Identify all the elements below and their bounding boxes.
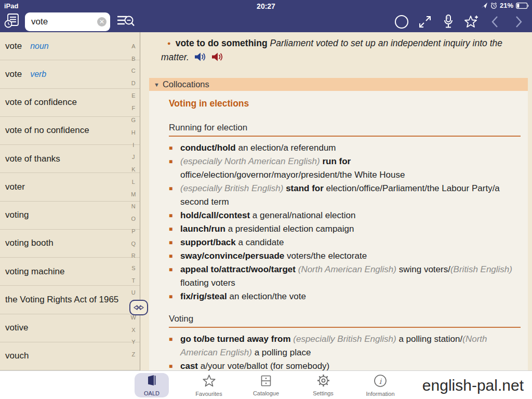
idiom-term: vote to do something bbox=[176, 38, 268, 48]
speaker-us-icon[interactable] bbox=[211, 52, 223, 62]
alphabet-letter-b[interactable]: B bbox=[131, 56, 135, 62]
alphabet-letter-u[interactable]: U bbox=[131, 290, 136, 296]
tab-bar: OALDFavouritesCatalogueSettingsiInformat… bbox=[0, 370, 532, 399]
battery-percent: 21% bbox=[500, 2, 513, 9]
alphabet-letter-w[interactable]: W bbox=[131, 315, 136, 321]
action-toolbar bbox=[390, 12, 530, 31]
alphabet-letter-i[interactable]: I bbox=[132, 142, 134, 148]
tab-label: Settings bbox=[313, 390, 334, 396]
alphabet-letter-q[interactable]: Q bbox=[131, 241, 136, 247]
app-window: iPad 20:27 21% ✕ bbox=[0, 0, 532, 399]
alphabet-letter-k[interactable]: K bbox=[131, 167, 135, 172]
alphabet-letter-g[interactable]: G bbox=[131, 117, 136, 123]
alphabet-letter-r[interactable]: R bbox=[131, 253, 136, 259]
clock: 20:27 bbox=[0, 2, 532, 10]
tab-catalogue[interactable]: Catalogue bbox=[237, 371, 295, 399]
search-toolbar: ✕ bbox=[4, 11, 135, 32]
star-add-icon[interactable] bbox=[460, 12, 483, 31]
sidebar-item[interactable]: votive bbox=[0, 314, 140, 342]
alphabet-letter-o[interactable]: O bbox=[131, 216, 136, 222]
tab-label: Catalogue bbox=[253, 390, 279, 396]
entry-content: ●vote to do something Parliament voted t… bbox=[140, 32, 532, 370]
collocation-list: go to/be turned away from (especially Br… bbox=[169, 332, 521, 370]
sidebar-item[interactable]: votenoun bbox=[0, 32, 140, 60]
sidebar-item[interactable]: voting bbox=[0, 202, 140, 230]
alphabet-letter-s[interactable]: S bbox=[131, 265, 135, 271]
sidebar-item-label: voting booth bbox=[5, 238, 54, 248]
sidebar-item[interactable]: vouch bbox=[0, 342, 140, 370]
collocation-item: conduct/hold an election/a referendum bbox=[169, 141, 521, 155]
part-of-speech-label: noun bbox=[30, 42, 49, 51]
sidebar-item-label: vote bbox=[5, 69, 22, 79]
collapse-triangle-icon: ▼ bbox=[154, 82, 159, 88]
alphabet-letter-h[interactable]: H bbox=[131, 130, 136, 136]
sidebar-item[interactable]: voter bbox=[0, 173, 140, 201]
collocation-item: go to/be turned away from (especially Br… bbox=[169, 332, 521, 360]
collocations-header[interactable]: ▼ Collocations bbox=[149, 78, 528, 91]
microphone-icon[interactable] bbox=[436, 12, 460, 31]
status-bar: iPad 20:27 21% bbox=[0, 1, 532, 10]
sidebar-item[interactable]: vote of thanks bbox=[0, 145, 140, 173]
alphabet-letter-y[interactable]: Y bbox=[131, 339, 135, 345]
tab-information[interactable]: iInformation bbox=[352, 371, 409, 399]
tab-settings[interactable]: Settings bbox=[295, 371, 352, 399]
sidebar-item-label: votive bbox=[5, 323, 28, 333]
collocation-section: Running for electionconduct/hold an elec… bbox=[169, 123, 521, 303]
alphabet-letter-n[interactable]: N bbox=[131, 204, 136, 209]
speaker-uk-icon[interactable] bbox=[194, 52, 206, 62]
expand-icon[interactable] bbox=[413, 12, 436, 31]
tab-oald[interactable]: OALD bbox=[123, 371, 180, 399]
alphabet-letter-f[interactable]: F bbox=[131, 105, 135, 111]
alphabet-letter-t[interactable]: T bbox=[131, 278, 135, 284]
collocation-list: conduct/hold an election/a referendum(es… bbox=[169, 141, 521, 303]
alphabet-letter-j[interactable]: J bbox=[132, 154, 135, 160]
sidebar-item[interactable]: the Voting Rights Act of 1965 bbox=[0, 286, 140, 314]
circle-icon[interactable] bbox=[390, 12, 413, 31]
sidebar-item[interactable]: voting booth bbox=[0, 230, 140, 258]
alarm-icon bbox=[490, 2, 497, 9]
sidebar-item[interactable]: voting machine bbox=[0, 258, 140, 286]
top-bar: iPad 20:27 21% ✕ bbox=[0, 0, 532, 32]
sidebar-item-label: vote of confidence bbox=[5, 97, 77, 108]
alphabet-letter-l[interactable]: L bbox=[132, 179, 135, 185]
collocations-sections: Running for electionconduct/hold an elec… bbox=[169, 123, 521, 370]
search-list-icon[interactable] bbox=[116, 14, 135, 30]
alphabet-letter-c[interactable]: C bbox=[131, 68, 136, 74]
watermark: english-pal.net bbox=[422, 371, 524, 399]
alphabet-letter-z[interactable]: Z bbox=[131, 352, 135, 357]
collocations-topic: Voting in elections bbox=[169, 98, 521, 109]
battery-icon bbox=[516, 3, 529, 9]
collocation-item: sway/convince/persuade voters/the electo… bbox=[169, 249, 521, 263]
book-icon bbox=[145, 375, 158, 389]
wordlist-sidebar: votenounvoteverbvote of confidencevote o… bbox=[0, 32, 140, 370]
sidebar-item[interactable]: voteverb bbox=[0, 60, 140, 88]
forward-chevron-icon[interactable] bbox=[507, 12, 530, 31]
alphabet-letter-a[interactable]: A bbox=[131, 44, 135, 49]
tab-label: Information bbox=[366, 391, 394, 397]
collocation-item: fix/rig/steal an election/the vote bbox=[169, 290, 521, 303]
sidebar-item[interactable]: vote of no confidence bbox=[0, 117, 140, 145]
collocations-panel: Voting in elections Running for election… bbox=[149, 91, 528, 370]
tab-favourites[interactable]: Favourites bbox=[180, 371, 237, 399]
sidebar-item[interactable]: vote of confidence bbox=[0, 89, 140, 117]
alphabet-letter-p[interactable]: P bbox=[131, 229, 135, 234]
back-chevron-icon[interactable] bbox=[483, 12, 507, 31]
tabs: OALDFavouritesCatalogueSettingsiInformat… bbox=[123, 371, 409, 399]
collocation-item: cast a/your vote/ballot (for somebody) bbox=[169, 360, 521, 370]
collocation-section: Votinggo to/be turned away from (especia… bbox=[169, 314, 521, 370]
sidebar-item-label: vote of no confidence bbox=[5, 125, 89, 136]
alphabet-letter-m[interactable]: M bbox=[131, 192, 136, 197]
alphabet-letter-x[interactable]: X bbox=[131, 327, 135, 333]
sidebar-item-label: vouch bbox=[5, 351, 29, 361]
bullet-icon: ● bbox=[167, 40, 171, 46]
alphabet-letter-d[interactable]: D bbox=[131, 81, 136, 86]
clear-search-icon[interactable]: ✕ bbox=[97, 17, 107, 26]
collocation-item: support/back a candidate bbox=[169, 236, 521, 249]
sidebar-item-label: voting bbox=[5, 210, 29, 220]
sidebar-list: votenounvoteverbvote of confidencevote o… bbox=[0, 32, 140, 370]
star-icon bbox=[202, 374, 216, 390]
tab-label: OALD bbox=[144, 390, 159, 396]
sidebar-resize-handle[interactable] bbox=[129, 300, 148, 315]
alphabet-letter-e[interactable]: E bbox=[131, 93, 135, 99]
history-icon[interactable] bbox=[4, 12, 21, 31]
